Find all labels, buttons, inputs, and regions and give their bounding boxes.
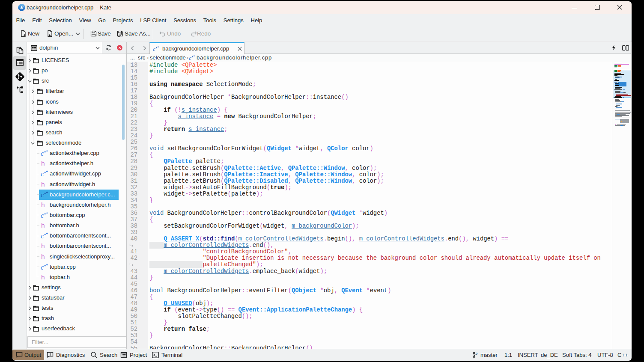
svg-text:c: c xyxy=(41,170,44,177)
svg-text:c: c xyxy=(41,191,44,198)
svg-text:c: c xyxy=(41,232,44,239)
svg-text:c: c xyxy=(41,264,44,270)
svg-text:h: h xyxy=(41,160,45,167)
svg-text:c: c xyxy=(153,46,155,52)
svg-text:h: h xyxy=(41,273,45,281)
svg-text:h: h xyxy=(41,253,45,260)
svg-text:h: h xyxy=(41,181,45,188)
svg-text:c: c xyxy=(41,212,44,219)
svg-text:h: h xyxy=(41,201,45,208)
svg-text:h: h xyxy=(41,222,45,229)
svg-text:c: c xyxy=(41,150,44,157)
svg-text:c: c xyxy=(189,55,191,61)
svg-text:h: h xyxy=(41,242,45,249)
